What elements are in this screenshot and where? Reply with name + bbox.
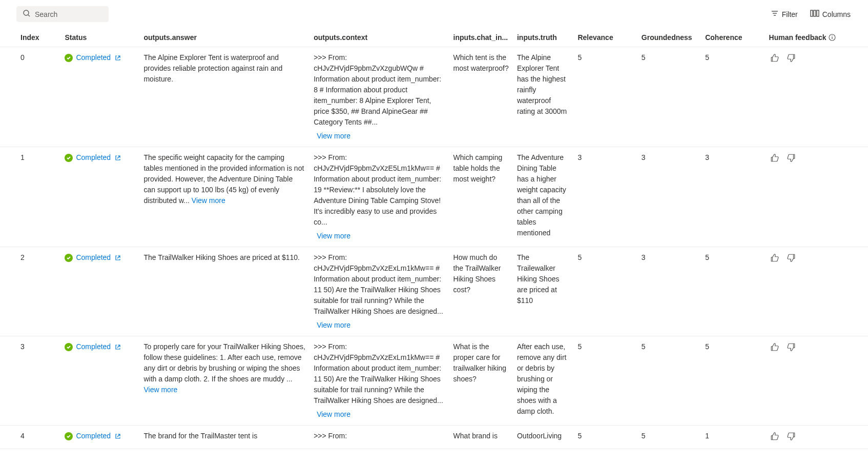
status-link[interactable]: Completed bbox=[76, 252, 111, 263]
search-input[interactable] bbox=[35, 10, 102, 18]
status-link[interactable]: Completed bbox=[76, 341, 111, 352]
svg-rect-5 bbox=[811, 10, 813, 16]
cell-coherence: 3 bbox=[701, 147, 764, 247]
search-box[interactable] bbox=[16, 6, 109, 22]
check-icon bbox=[65, 254, 73, 262]
status-link[interactable]: Completed bbox=[76, 152, 111, 163]
header-index[interactable]: Index bbox=[0, 28, 60, 47]
svg-line-1 bbox=[28, 15, 30, 16]
cell-coherence: 1 bbox=[701, 426, 764, 449]
svg-point-0 bbox=[24, 10, 29, 15]
cell-answer-text: To properly care for your TrailWalker Hi… bbox=[143, 342, 305, 383]
cell-groundedness: 5 bbox=[637, 336, 701, 426]
status-link[interactable]: Completed bbox=[76, 52, 111, 63]
filter-button[interactable]: Filter bbox=[770, 7, 799, 21]
view-more-link[interactable]: View more bbox=[314, 231, 445, 241]
cell-chat-in: Which camping table holds the most weigh… bbox=[449, 147, 513, 247]
header-status[interactable]: Status bbox=[60, 28, 139, 47]
header-groundedness[interactable]: Groundedness bbox=[637, 28, 701, 47]
cell-truth: The Trailewalker Hiking Shoes are priced… bbox=[513, 247, 573, 336]
thumbs-down-button[interactable] bbox=[786, 252, 797, 265]
check-icon bbox=[65, 432, 73, 440]
check-icon bbox=[65, 343, 73, 351]
table-row: 3 Completed To properly care for your Tr… bbox=[0, 336, 868, 426]
search-icon bbox=[23, 9, 31, 19]
external-link-icon[interactable] bbox=[115, 344, 121, 350]
check-icon bbox=[65, 54, 73, 62]
header-feedback-label: Human feedback bbox=[769, 33, 826, 42]
cell-index: 4 bbox=[0, 426, 60, 449]
filter-label: Filter bbox=[782, 10, 798, 18]
cell-groundedness: 3 bbox=[637, 147, 701, 247]
thumbs-down-button[interactable] bbox=[786, 431, 797, 443]
cell-relevance: 5 bbox=[573, 247, 637, 336]
cell-chat-in: What brand is bbox=[449, 426, 513, 449]
thumbs-down-button[interactable] bbox=[786, 152, 797, 165]
thumbs-up-button[interactable] bbox=[769, 341, 780, 354]
thumbs-up-button[interactable] bbox=[769, 152, 780, 165]
columns-icon bbox=[810, 9, 819, 19]
header-answer[interactable]: outputs.answer bbox=[139, 28, 309, 47]
external-link-icon[interactable] bbox=[115, 155, 121, 161]
cell-answer-text: The TrailWalker Hiking Shoes are priced … bbox=[143, 253, 300, 261]
columns-button[interactable]: Columns bbox=[809, 7, 852, 21]
cell-coherence: 5 bbox=[701, 247, 764, 336]
view-more-link[interactable]: View more bbox=[192, 196, 225, 205]
svg-rect-6 bbox=[814, 10, 816, 16]
svg-line-11 bbox=[117, 56, 120, 58]
cell-coherence: 5 bbox=[701, 47, 764, 147]
columns-label: Columns bbox=[822, 10, 851, 18]
info-icon[interactable] bbox=[829, 34, 836, 41]
cell-context-text: >>> From: cHJvZHVjdF9pbmZvXzExLm1kMw== #… bbox=[314, 342, 443, 405]
cell-groundedness: 5 bbox=[637, 47, 701, 147]
thumbs-up-button[interactable] bbox=[769, 52, 780, 65]
svg-line-15 bbox=[117, 434, 120, 437]
cell-context-text: >>> From: cHJvZHVjdF9pbmZvXzgubWQw # Inf… bbox=[314, 53, 441, 126]
cell-context-text: >>> From: cHJvZHVjdF9pbmZvXzE5Lm1kMw== #… bbox=[314, 153, 441, 226]
filter-icon bbox=[771, 9, 779, 19]
cell-relevance: 3 bbox=[573, 147, 637, 247]
table-row: 4 Completed The brand for the TrailMaste… bbox=[0, 426, 868, 449]
cell-context-text: >>> From: bbox=[314, 432, 347, 440]
view-more-link[interactable]: View more bbox=[314, 320, 445, 331]
cell-answer-text: The brand for the TrailMaster tent is bbox=[143, 432, 257, 440]
view-more-link[interactable]: View more bbox=[314, 131, 445, 141]
thumbs-down-button[interactable] bbox=[786, 52, 797, 65]
thumbs-up-button[interactable] bbox=[769, 431, 780, 443]
header-chat-in[interactable]: inputs.chat_in... bbox=[449, 28, 513, 47]
header-context[interactable]: outputs.context bbox=[309, 28, 449, 47]
external-link-icon[interactable] bbox=[115, 255, 121, 261]
cell-index: 0 bbox=[0, 47, 60, 147]
cell-relevance: 5 bbox=[573, 426, 637, 449]
external-link-icon[interactable] bbox=[115, 55, 121, 61]
cell-chat-in: How much do the TrailWalker Hiking Shoes… bbox=[449, 247, 513, 336]
cell-index: 3 bbox=[0, 336, 60, 426]
svg-line-14 bbox=[117, 345, 120, 348]
cell-groundedness: 3 bbox=[637, 247, 701, 336]
view-more-link[interactable]: View more bbox=[143, 386, 177, 394]
thumbs-down-button[interactable] bbox=[786, 341, 797, 354]
svg-line-13 bbox=[117, 256, 120, 258]
cell-truth: The Alpine Explorer Tent has the highest… bbox=[513, 47, 573, 147]
thumbs-up-button[interactable] bbox=[769, 252, 780, 265]
cell-answer-text: The Alpine Explorer Tent is waterproof a… bbox=[143, 53, 282, 83]
cell-truth: After each use, remove any dirt or debri… bbox=[513, 336, 573, 426]
svg-rect-7 bbox=[817, 10, 819, 16]
header-coherence[interactable]: Coherence bbox=[701, 28, 764, 47]
cell-truth: OutdoorLiving bbox=[513, 426, 573, 449]
cell-relevance: 5 bbox=[573, 336, 637, 426]
header-feedback[interactable]: Human feedback bbox=[765, 28, 868, 47]
cell-chat-in: Which tent is the most waterproof? bbox=[449, 47, 513, 147]
table-row: 0 Completed The Alpine Explorer Tent is … bbox=[0, 47, 868, 147]
status-link[interactable]: Completed bbox=[76, 431, 111, 441]
results-table: Index Status outputs.answer outputs.cont… bbox=[0, 28, 868, 449]
cell-chat-in: What is the proper care for trailwalker … bbox=[449, 336, 513, 426]
cell-truth: The Adventure Dining Table has a higher … bbox=[513, 147, 573, 247]
header-relevance[interactable]: Relevance bbox=[573, 28, 637, 47]
view-more-link[interactable]: View more bbox=[314, 409, 445, 420]
table-row: 2 Completed The TrailWalker Hiking Shoes… bbox=[0, 247, 868, 336]
cell-groundedness: 5 bbox=[637, 426, 701, 449]
header-truth[interactable]: inputs.truth bbox=[513, 28, 573, 47]
cell-context-text: >>> From: cHJvZHVjdF9pbmZvXzExLm1kMw== #… bbox=[314, 253, 443, 315]
external-link-icon[interactable] bbox=[115, 433, 121, 439]
